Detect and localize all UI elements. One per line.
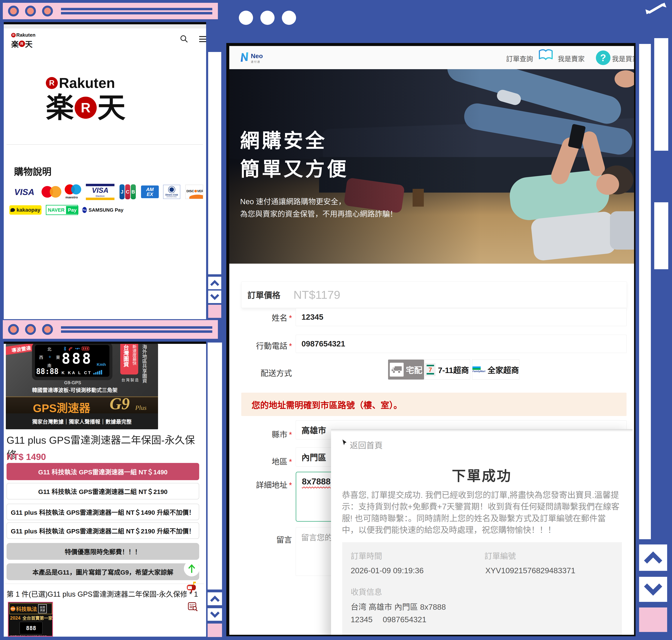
truck-icon — [390, 363, 404, 377]
rakuten-scrollbar-track[interactable] — [208, 52, 221, 274]
hero-banner: 網購安全 簡單又方便 Neo 速付通讓網路購物更安全， 為您與賣家的資金保管，不… — [229, 69, 634, 264]
product-image[interactable]: 導波雷達 北 西 + 東 南 888 Kmh 88:88 K KA L CT G… — [6, 344, 158, 429]
jcb-icon: J C B — [119, 184, 136, 199]
rakuten-cjk-left-small: 楽 — [11, 38, 19, 49]
order-time-value: 2026-01-09 09:19:36 — [351, 566, 424, 575]
shipping-family-label: 全家超商 — [488, 364, 519, 375]
checkout-window-dot-3[interactable] — [282, 11, 296, 25]
section-divider — [6, 144, 203, 145]
neo-logo-wordmark: Neo 速付通 — [251, 52, 263, 63]
notice-button-1[interactable]: 特價優惠限時免郵費！！！ — [6, 543, 199, 560]
window-dot-3[interactable] — [42, 5, 53, 16]
cursor-pointer-icon — [342, 439, 347, 447]
back-to-home-link[interactable]: 返回首頁 — [350, 439, 383, 451]
shipping-711-label: 7-11超商 — [438, 364, 469, 375]
mastercard-icon — [42, 186, 61, 198]
order-number-value: XYV10921576829483371 — [485, 566, 575, 575]
product-window-dot-3[interactable] — [42, 324, 53, 335]
diners-club-icon: Diners Club INTERNATIONAL — [163, 185, 180, 199]
titlebar-lines — [61, 6, 212, 16]
name-required-mark: * — [289, 314, 292, 322]
samsungpay-icon: Pay SAMSUNG Pay — [82, 206, 124, 214]
checkout-window-dot-1[interactable] — [239, 11, 253, 25]
city-required-mark: * — [289, 430, 292, 439]
cart-line-item: 第 1 件(已選)G11 plus GPS雷達測速器二年保固-永久保修 * 1 — [6, 588, 198, 599]
option-button-1[interactable]: G11 科技執法 GPS雷達測速器一組 NT＄1490 — [6, 463, 199, 480]
image-made-in: 台灣製造 — [121, 377, 139, 382]
order-inquiry-icon[interactable] — [188, 602, 198, 612]
name-field[interactable]: 12345 — [296, 308, 627, 326]
screen-speed: 888 — [61, 350, 92, 367]
product-scroll-up-button[interactable] — [208, 592, 222, 605]
amex-icon: AM EX — [141, 186, 159, 198]
desktop-scroll-down-button[interactable] — [639, 577, 667, 602]
shipping-option-family[interactable]: FamilyMart 全家超商 — [472, 360, 519, 380]
product-scroll-down-button[interactable] — [208, 608, 222, 621]
hamburger-menu-icon[interactable] — [199, 36, 206, 42]
visa-electron-icon: VISA Electron — [86, 184, 114, 200]
thumb-mini-screen: 888 — [19, 622, 43, 635]
expand-window-icon[interactable] — [644, 1, 668, 16]
shipping-home-label: 宅配 — [406, 364, 422, 376]
compass-center: + — [48, 354, 51, 360]
nav-i-am-buyer[interactable]: 我是買家 — [612, 54, 635, 63]
device-model-label: G9-GPS — [64, 380, 81, 386]
option-button-4[interactable]: G11 plus 科技執法 GPS雷達測速器二組 NT＄2190 升級不加價！ — [6, 522, 199, 539]
screen-clock: 88:88 — [36, 367, 59, 376]
kakaopay-icon: kakaopay — [9, 205, 42, 215]
compass-north: 北 — [47, 346, 52, 352]
notice-button-2[interactable]: 本產品是G11，圖片寫錯了寫成G9，希望大家諒解 — [6, 563, 199, 580]
thumb-badge-box: 區間 測速 — [38, 604, 47, 613]
neo-logo-icon[interactable] — [240, 52, 249, 63]
seven-eleven-icon: 7 — [425, 363, 435, 376]
cart-divider — [5, 583, 204, 584]
window-dot-1[interactable] — [8, 5, 19, 16]
order-price-value: NT$1179 — [294, 288, 340, 301]
modal-top-gradient — [331, 429, 632, 432]
name-field-value: 12345 — [301, 312, 324, 322]
shipping-option-home[interactable]: 宅配 — [388, 360, 424, 380]
shipping-info-address: 台湾 高雄市 內門區 8x7888 — [351, 600, 446, 612]
rakuten-page-topbar — [4, 22, 206, 24]
checkout-header: Neo 速付通 訂單查詢 我是賣家 ? 我是買家 — [229, 46, 634, 69]
rakuten-scroll-up-button[interactable] — [208, 277, 221, 289]
shipping-contact-name: 12345 — [351, 615, 373, 624]
naverpay-icon: NAVER Pay — [46, 205, 78, 215]
back-to-top-button[interactable] — [184, 561, 200, 577]
rakuten-window-titlebar[interactable] — [3, 3, 218, 19]
image-side-column: 海外地區共享圖資 — [141, 344, 148, 391]
address-required-mark: * — [289, 481, 292, 490]
compass-west: 西 — [39, 354, 43, 360]
desktop-scroll-corner — [639, 608, 667, 632]
shipping-option-711[interactable]: 7 7-11超商 — [424, 360, 470, 380]
option-button-2[interactable]: G11 科技執法 GPS雷達測速器二組 NT＄2190 — [6, 483, 199, 499]
product-scrollbar-track[interactable] — [208, 343, 222, 590]
city-label: 縣市 — [272, 430, 287, 439]
product-window-titlebar[interactable] — [3, 320, 218, 339]
book-icon — [538, 49, 554, 62]
phone-field[interactable]: 0987654321 — [296, 335, 627, 353]
thumb-badge: 科技執法 — [16, 605, 37, 612]
nav-order-lookup[interactable]: 訂單查詢 — [506, 54, 533, 63]
mailbox-icon[interactable] — [186, 581, 197, 594]
product-page: 導波雷達 北 西 + 東 南 888 Kmh 88:88 K KA L CT G… — [4, 341, 206, 637]
search-icon[interactable] — [180, 34, 188, 44]
product-window-dot-2[interactable] — [25, 324, 36, 335]
rakuten-wordmark: Rakuten — [59, 75, 115, 91]
rakuten-r-badge-2: R — [75, 97, 97, 119]
desktop-scrollbar-track[interactable] — [639, 44, 651, 539]
phone-label-row: 行動電話* — [230, 339, 292, 351]
rakuten-scroll-down-button[interactable] — [208, 291, 221, 303]
checkout-window-dot-2[interactable] — [260, 11, 274, 25]
screen-bands: K KA L CT — [61, 370, 92, 375]
desktop: Neo 速付通 訂單查詢 我是賣家 ? 我是買家 — [0, 0, 672, 640]
window-dot-2[interactable] — [25, 5, 36, 16]
product-window-dot-1[interactable] — [8, 324, 19, 335]
option-button-3[interactable]: G11 plus 科技執法 GPS雷達測速器一組 NT＄1490 升級不加價！ — [6, 504, 199, 520]
order-price-card: 訂單價格 NT$1179 — [241, 281, 627, 308]
desktop-scroll-up-button[interactable] — [639, 544, 667, 571]
cart-item-thumbnail[interactable]: NEW 科技執法 區間 測速 2024 全台首賣第一家 888 韓國雷達導波板-… — [8, 602, 53, 637]
rakuten-header-logo[interactable]: R Rakuten 楽 R 天 — [11, 32, 35, 49]
nav-i-am-seller[interactable]: 我是賣家 — [558, 54, 585, 63]
rakuten-page-graybar — [4, 24, 206, 28]
